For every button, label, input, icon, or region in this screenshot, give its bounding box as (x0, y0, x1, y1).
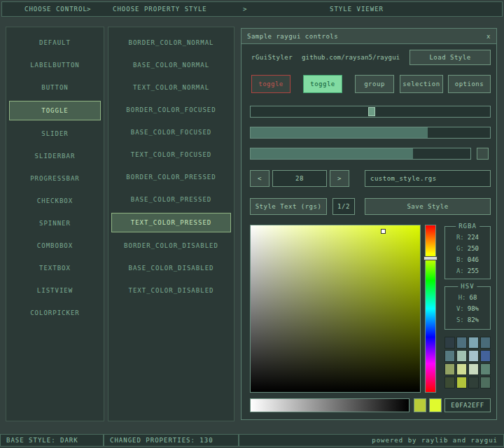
control-list-item[interactable]: SLIDER (6, 122, 104, 145)
controls-list-panel: DEFAULT LABELBUTTON BUTTON TOGGLE SLIDER… (6, 27, 104, 421)
palette-swatch[interactable] (480, 337, 491, 349)
control-list-item[interactable]: BUTTON (6, 76, 104, 99)
property-list-item-selected[interactable]: TEXT_COLOR_PRESSED (111, 213, 231, 232)
rgba-row: A:255 (445, 265, 490, 276)
palette-swatch[interactable] (444, 350, 455, 362)
spinner-increment-button[interactable]: > (330, 170, 349, 187)
toggle-group-item[interactable]: options (448, 75, 491, 93)
control-list-item[interactable]: COMBOBOX (6, 234, 104, 257)
control-list-item[interactable]: TEXTBOX (6, 257, 104, 279)
control-list-item-selected[interactable]: TOGGLE (9, 101, 101, 120)
slider[interactable] (250, 106, 491, 118)
palette-swatch[interactable] (468, 350, 479, 362)
property-list-item[interactable]: BASE_COLOR_PRESSED (108, 188, 234, 211)
palette-swatch[interactable] (480, 377, 491, 388)
hsv-group: HSV H:68 V:98% S:82% (444, 286, 491, 330)
palette-swatch[interactable] (456, 337, 467, 349)
hsv-group-title: HSV (458, 283, 477, 290)
control-list-item[interactable]: SPINNER (6, 212, 104, 234)
hsv-row: S:82% (445, 314, 490, 326)
property-list-item[interactable]: TEXT_COLOR_DISABLED (108, 279, 234, 302)
close-icon[interactable]: x (486, 33, 491, 40)
rgba-group-title: RGBA (456, 223, 479, 230)
page-indicator: 1/2 (332, 198, 355, 215)
repo-url-label: github.com/raysan5/raygui (302, 54, 400, 61)
property-list-item[interactable]: BASE_COLOR_FOCUSED (108, 121, 234, 144)
palette-swatch[interactable] (480, 350, 491, 362)
palette-swatch[interactable] (444, 363, 455, 375)
palette-swatch[interactable] (456, 377, 467, 388)
step-choose-property-style: CHOOSE PROPERTY STYLE (113, 6, 207, 13)
style-text-button[interactable]: Style Text (rgs) (250, 198, 327, 215)
slider-handle[interactable] (368, 107, 375, 116)
hex-color-input[interactable]: E0FA2EFF (444, 398, 491, 412)
breadcrumb-separator-icon: > (243, 6, 247, 13)
current-color-swatch[interactable] (429, 398, 442, 412)
save-style-button[interactable]: Save Style (365, 198, 491, 215)
palette-swatch[interactable] (456, 363, 467, 375)
window-title: Sample raygui controls (247, 33, 338, 40)
palette-swatch[interactable] (480, 363, 491, 375)
property-list-item[interactable]: TEXT_COLOR_FOCUSED (108, 144, 234, 166)
palette-swatch[interactable] (444, 337, 455, 349)
value-gradient-bar[interactable] (250, 398, 410, 412)
property-list-item[interactable]: BASE_COLOR_NORMAL (108, 54, 234, 76)
top-bar: CHOOSE CONTROL > CHOOSE PROPERTY STYLE >… (1, 1, 503, 17)
property-list-item[interactable]: BORDER_COLOR_DISABLED (108, 234, 234, 257)
rgba-row: R:224 (445, 232, 490, 243)
toggle-group-item-active[interactable]: toggle (303, 75, 342, 93)
palette-swatch[interactable] (468, 363, 479, 375)
hue-bar-handle[interactable] (424, 256, 438, 260)
control-list-item[interactable]: LABELBUTTON (6, 54, 104, 76)
palette-swatch[interactable] (456, 350, 467, 362)
toggle-group-item[interactable]: group (355, 75, 394, 93)
checkbox[interactable] (477, 148, 489, 160)
style-color-palette (444, 337, 491, 388)
property-list-item[interactable]: BASE_COLOR_DISABLED (108, 257, 234, 279)
property-list-item[interactable]: BORDER_COLOR_NORMAL (108, 31, 234, 54)
rgba-row: B:046 (445, 254, 490, 265)
spinner-value[interactable]: 28 (272, 170, 327, 187)
palette-swatch[interactable] (468, 377, 479, 388)
slider-bar[interactable] (250, 148, 471, 160)
rguistyler-app: CHOOSE CONTROL > CHOOSE PROPERTY STYLE >… (0, 0, 504, 448)
progress-bar-fill (251, 127, 428, 138)
rgba-group: RGBA R:224 G:250 B:046 A:255 (444, 226, 491, 279)
hsv-row: H:68 (445, 292, 490, 303)
style-viewer-window: Sample raygui controls x rGuiStyler gith… (241, 28, 497, 420)
control-list-item[interactable]: CHECKBOX (6, 190, 104, 212)
status-base-style: BASE STYLE: DARK (0, 434, 104, 447)
control-list-item[interactable]: LISTVIEW (6, 279, 104, 302)
filename-input[interactable]: custom_style.rgs (365, 170, 491, 187)
rgba-row: G:250 (445, 243, 490, 254)
hsv-row: V:98% (445, 303, 490, 314)
control-list-item[interactable]: COLORPICKER (6, 302, 104, 324)
property-list-item[interactable]: BORDER_COLOR_PRESSED (108, 166, 234, 188)
status-credit: powered by raylib and raygui (239, 434, 504, 447)
palette-swatch[interactable] (468, 337, 479, 349)
status-changed-properties: CHANGED PROPERTIES: 130 (104, 434, 239, 447)
toggle-button[interactable]: toggle (251, 75, 290, 93)
color-picker-marker[interactable] (381, 229, 386, 234)
app-name-label: rGuiStyler (251, 54, 293, 61)
control-list-item[interactable]: DEFAULT (6, 31, 104, 54)
progress-bar (250, 127, 491, 139)
color-picker-panel[interactable] (250, 225, 421, 393)
control-list-item[interactable]: PROGRESSBAR (6, 167, 104, 190)
control-list-item[interactable]: SLIDERBAR (6, 145, 104, 167)
load-style-button[interactable]: Load Style (410, 50, 491, 65)
properties-list-panel: BORDER_COLOR_NORMAL BASE_COLOR_NORMAL TE… (108, 27, 234, 421)
property-list-item[interactable]: TEXT_COLOR_NORMAL (108, 76, 234, 99)
breadcrumb-separator-icon: > (87, 6, 91, 13)
toggle-group-item[interactable]: selection (400, 75, 443, 93)
previous-color-swatch[interactable] (414, 398, 426, 412)
step-style-viewer: STYLE VIEWER (330, 6, 384, 13)
hue-bar[interactable] (425, 225, 436, 393)
slider-bar-fill (251, 148, 413, 159)
window-titlebar: Sample raygui controls x (241, 29, 496, 44)
step-choose-control: CHOOSE CONTROL (24, 6, 88, 13)
palette-swatch[interactable] (444, 377, 455, 388)
property-list-item[interactable]: BORDER_COLOR_FOCUSED (108, 99, 234, 121)
status-bar: BASE STYLE: DARK CHANGED PROPERTIES: 130… (0, 434, 504, 448)
spinner-decrement-button[interactable]: < (250, 170, 270, 187)
